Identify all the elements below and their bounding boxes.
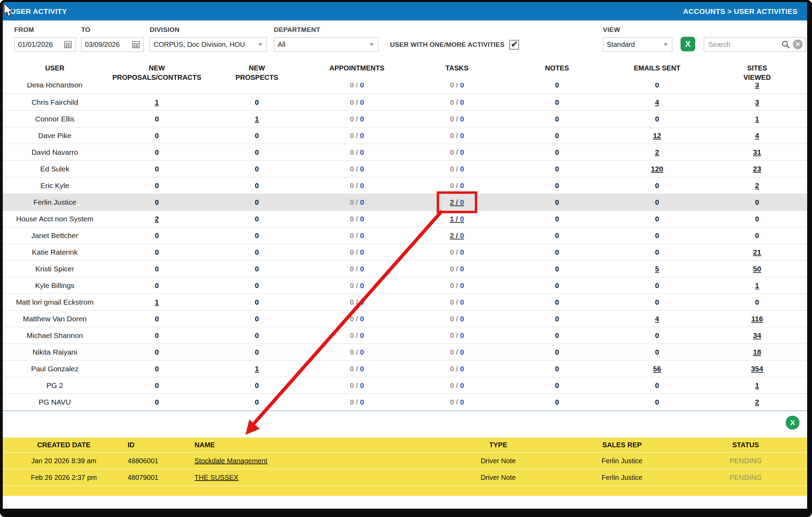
count-link[interactable]: 5: [655, 265, 659, 273]
cell-new-prospects: 0: [207, 132, 307, 140]
cell-new-proposals-contracts: 1: [107, 298, 207, 306]
count-link[interactable]: 120: [651, 165, 663, 173]
detail-column-header-status-badge: STATUS: [684, 441, 807, 449]
user-name: PG 2: [3, 381, 107, 390]
count-link[interactable]: 4: [755, 132, 759, 139]
user-name: Chris Fairchild: [3, 98, 107, 107]
count-value: 0: [555, 248, 559, 256]
spacer: [3, 411, 807, 438]
count-link[interactable]: 3: [755, 98, 759, 106]
count-link[interactable]: 2: [755, 398, 759, 406]
activity-count: 0 / 0: [350, 348, 364, 356]
count-value: 0: [155, 348, 159, 356]
count-link[interactable]: 2: [655, 148, 659, 156]
count-link[interactable]: 1: [255, 115, 259, 123]
cell-sites-viewed: 0: [707, 298, 807, 306]
clear-search-icon[interactable]: ✕: [793, 40, 803, 49]
user-name: Kyle Billings: [3, 281, 107, 290]
count-link[interactable]: 1: [755, 381, 759, 389]
detail-table-header: CREATED DATEIDNAMETYPESALES REPSTATUS: [3, 438, 807, 453]
search-input[interactable]: [708, 41, 780, 49]
user-name: Janet Bettcher: [3, 231, 107, 240]
activities-checkbox[interactable]: ✔: [509, 40, 519, 50]
table-row: House Acct non System200 / 01 / 0000: [3, 211, 807, 227]
column-header-notes: NOTES: [507, 63, 607, 83]
count-link[interactable]: 34: [753, 331, 761, 339]
excel-export-detail-icon[interactable]: X: [786, 416, 800, 430]
count-link[interactable]: 31: [753, 148, 761, 156]
count-link[interactable]: 1: [255, 365, 259, 373]
sales-rep: Ferlin Justice: [560, 474, 684, 482]
count-link[interactable]: 2: [755, 181, 759, 189]
count-link[interactable]: 1: [155, 298, 159, 306]
record-name-link[interactable]: THE SUSSEX: [195, 474, 239, 481]
count-link[interactable]: 1: [155, 98, 159, 106]
count-link[interactable]: 116: [751, 315, 763, 323]
count-link[interactable]: 4: [655, 98, 659, 106]
main-table-body: Chris Fairchild100 / 00 / 0043Connor Ell…: [3, 94, 807, 410]
cell-new-prospects: 0: [207, 348, 307, 356]
activity-count: 0 / 0: [450, 181, 464, 189]
activity-count: 0 / 0: [350, 132, 364, 139]
cell-new-proposals-contracts: 0: [107, 165, 207, 173]
from-date-input[interactable]: 01/01/2026: [14, 37, 76, 52]
user-name: Nikita Raiyani: [3, 348, 107, 356]
count-link[interactable]: 1: [755, 281, 759, 289]
table-row: David Navarro000 / 00 / 00231: [3, 144, 807, 161]
cell-emails-sent: 0: [607, 215, 707, 223]
column-header-new-proposals-contracts: NEWPROPOSALS/CONTRACTS: [107, 63, 207, 83]
count-link[interactable]: 3: [755, 83, 759, 89]
count-link[interactable]: 56: [653, 365, 661, 373]
count-link[interactable]: 21: [753, 248, 761, 256]
breadcrumb[interactable]: ACCOUNTS > USER ACTIVITIES: [683, 7, 797, 16]
count-link[interactable]: 50: [753, 265, 761, 273]
from-date-value: 01/01/2026: [18, 41, 53, 49]
count-link[interactable]: 18: [753, 348, 761, 356]
cell-appointments: 0 / 0: [307, 281, 407, 290]
cell-new-proposals-contracts: 0: [107, 198, 207, 206]
count-value: 0: [655, 298, 659, 306]
record-name-link[interactable]: Stockdale Management: [195, 457, 267, 465]
division-select[interactable]: CORPUS, Doc Division, HOU: [150, 37, 267, 52]
cell-emails-sent: 0: [607, 115, 707, 123]
calendar-icon[interactable]: [64, 40, 72, 49]
activity-count-link[interactable]: 1 / 0: [450, 215, 464, 223]
count-link[interactable]: 12: [653, 132, 661, 139]
activity-count: 0 / 0: [350, 298, 364, 306]
count-value: 0: [555, 181, 559, 189]
count-link[interactable]: 23: [753, 165, 761, 173]
cell-emails-sent: 0: [607, 381, 707, 390]
activity-count: 0 / 0: [450, 281, 464, 289]
count-value: 0: [255, 381, 259, 389]
cell-sites-viewed: 3: [707, 83, 807, 89]
to-date-input[interactable]: 03/09/2026: [81, 37, 144, 52]
table-row: Janet Bettcher000 / 02 / 0000: [3, 227, 807, 244]
count-link[interactable]: 1: [755, 115, 759, 123]
search-icon[interactable]: [781, 40, 790, 49]
cell-tasks: 0 / 0: [407, 148, 507, 156]
cell-sites-viewed: 0: [707, 198, 807, 206]
detail-column-header-record-id: ID: [125, 441, 191, 449]
count-link[interactable]: 4: [655, 315, 659, 323]
cell-appointments: 0 / 0: [307, 248, 407, 256]
cell-sites-viewed: 1: [707, 281, 807, 290]
cell-appointments: 0 / 0: [307, 98, 407, 107]
cell-notes: 0: [507, 365, 607, 373]
table-row: Chris Fairchild100 / 00 / 0043: [3, 94, 807, 111]
excel-export-icon[interactable]: X: [681, 37, 695, 51]
count-link[interactable]: 2: [155, 215, 159, 223]
activity-count-link[interactable]: 2 / 0: [450, 198, 464, 206]
cell-sites-viewed: 21: [707, 248, 807, 256]
activity-count-link[interactable]: 2 / 0: [450, 231, 464, 239]
count-value: 0: [255, 98, 259, 106]
count-value: 0: [155, 132, 159, 139]
calendar-icon[interactable]: [132, 40, 140, 49]
detail-table-body: Jan 20 2026 8:39 am48806001Stockdale Man…: [3, 453, 807, 486]
count-value: 0: [155, 165, 159, 173]
cell-notes: 0: [507, 398, 607, 406]
count-link[interactable]: 354: [751, 365, 763, 373]
view-select[interactable]: Standard: [603, 37, 672, 52]
activity-count: 0 / 0: [350, 115, 364, 123]
cell-new-proposals-contracts: 2: [107, 215, 207, 223]
department-select[interactable]: All: [274, 37, 378, 52]
